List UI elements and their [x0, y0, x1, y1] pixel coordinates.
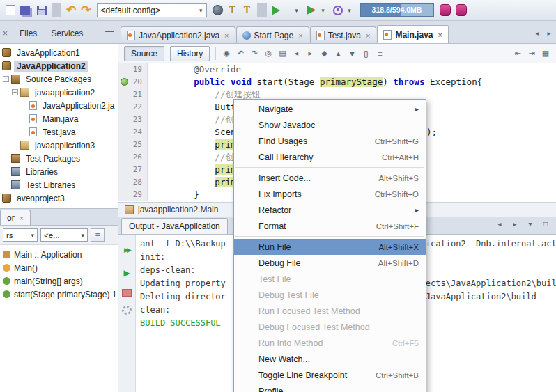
project-tree-item-libraries[interactable]: Libraries [0, 165, 118, 178]
project-tree-item-main-java[interactable]: Main.java [0, 112, 118, 125]
shift-line-left-icon[interactable]: ⇤ [513, 47, 523, 61]
scroll-tabs-right-icon[interactable]: ▸ [544, 26, 554, 40]
tab-navigator[interactable]: or × [0, 210, 31, 225]
close-panel-icon[interactable]: × [3, 29, 8, 38]
expand-handle-icon[interactable]: − [12, 89, 18, 95]
build-project-icon[interactable]: T [228, 3, 238, 17]
scroll-output-left-icon[interactable]: ◂ [495, 217, 504, 230]
navigator-filter-select[interactable]: <e... ▾ [40, 228, 88, 242]
menu-item-fix-imports[interactable]: Fix ImportsCtrl+Shift+O [234, 186, 426, 202]
next-error-icon[interactable]: ▼ [347, 47, 357, 61]
output-window-list-icon[interactable]: ▾ [525, 217, 535, 230]
clean-build-project-icon[interactable]: T [242, 3, 252, 17]
uncomment-icon[interactable]: ≡ [375, 47, 385, 61]
minimize-panel-icon[interactable]: — [105, 26, 114, 36]
project-tree-item-test-libraries[interactable]: Test Libraries [0, 178, 118, 191]
editor-tab-javaapplication2-java[interactable]: JavaApplication2.java× [121, 26, 235, 43]
line-number[interactable]: 28 [118, 176, 148, 189]
expand-handle-icon[interactable]: − [3, 76, 9, 82]
profile-project-icon[interactable] [333, 6, 343, 15]
close-tab-icon[interactable]: × [438, 31, 442, 39]
debug-dropdown-icon[interactable]: ▾ [318, 3, 328, 17]
close-tab-icon[interactable]: × [298, 31, 302, 40]
find-selection-icon[interactable]: ◎ [263, 47, 273, 61]
menu-item-show-javadoc[interactable]: Show Javadoc [234, 117, 426, 133]
navigator-sort-icon[interactable]: ≡ [91, 228, 105, 242]
stop-build-icon[interactable] [122, 289, 132, 297]
navigator-item-start-stage-primarystage-1[interactable]: start(Stage primaryStage) 1 [0, 288, 118, 301]
new-file-icon[interactable] [6, 5, 15, 15]
project-tree-item-avenproject3[interactable]: avenproject3 [0, 191, 118, 205]
save-icon[interactable] [37, 6, 47, 15]
line-number[interactable]: 22 [118, 101, 148, 113]
web-browser-icon[interactable] [213, 5, 223, 15]
run-dropdown-icon[interactable]: ▾ [292, 3, 302, 17]
back-icon[interactable]: ↶ [235, 47, 245, 61]
editor-tab-test-java[interactable]: Test.java× [310, 26, 377, 43]
highlight-occurrences-icon[interactable]: ▤ [277, 47, 287, 61]
project-tree-item-javaapplication2-ja[interactable]: JavaApplication2.ja [0, 99, 118, 112]
debug-project-icon[interactable] [307, 6, 316, 15]
prev-bookmark-icon[interactable]: ◂ [291, 47, 301, 61]
menu-item-navigate[interactable]: Navigate▸ [234, 101, 426, 117]
navigator-item-main[interactable]: Main() [0, 261, 118, 274]
line-number[interactable]: 27 [118, 164, 148, 176]
menu-item-find-usages[interactable]: Find UsagesCtrl+Shift+G [234, 133, 426, 149]
source-view-button[interactable]: Source [124, 46, 164, 61]
run-project-icon[interactable] [272, 6, 290, 15]
memory-indicator[interactable]: 318.8/594.0MB [360, 3, 434, 17]
line-number[interactable]: 20 [118, 76, 148, 88]
line-number[interactable]: 29 [118, 189, 148, 201]
toggle-bookmark-icon[interactable]: ◆ [319, 47, 329, 61]
menu-item-new-watch[interactable]: New Watch... [234, 351, 426, 367]
close-tab-icon[interactable]: × [366, 31, 370, 40]
maximize-window-icon[interactable]: □ [541, 217, 550, 230]
project-tree-item-javaapplication2[interactable]: −javaapplication2 [0, 86, 118, 99]
menu-item-format[interactable]: FormatCtrl+Shift+F [234, 218, 426, 234]
navigator-item-main-application[interactable]: Main :: Application [0, 248, 118, 261]
menu-item-toggle-line-breakpoint[interactable]: Toggle Line BreakpointCtrl+Shift+B [234, 367, 426, 383]
project-tree-item-javaapplication1[interactable]: JavaApplication1 [0, 46, 118, 59]
history-view-button[interactable]: History [170, 46, 210, 61]
line-number[interactable]: 21 [118, 88, 148, 101]
close-tab-icon[interactable]: × [224, 31, 229, 40]
scroll-tabs-left-icon[interactable]: ◂ [532, 26, 542, 40]
undo-icon[interactable]: ↶ [66, 3, 76, 17]
editor-tab-main-java[interactable]: Main.java× [377, 25, 448, 43]
last-edit-icon[interactable]: ◉ [222, 47, 231, 61]
tab-output[interactable]: Output - JavaApplication [121, 218, 228, 234]
project-tree-item-source-packages[interactable]: −Source Packages [0, 72, 118, 86]
line-number[interactable]: 19 [118, 63, 148, 76]
close-tab-icon[interactable]: × [20, 214, 24, 222]
tab-files[interactable]: Files [13, 27, 43, 40]
project-tree-item-javaapplication2[interactable]: JavaApplication2 [0, 59, 118, 72]
project-tree-item-test-java[interactable]: Test.java [0, 125, 118, 139]
hot-deploy-icon[interactable] [456, 4, 467, 16]
line-number[interactable]: 23 [118, 113, 148, 126]
line-number[interactable]: 24 [118, 126, 148, 139]
navigator-item-main-string-args[interactable]: main(String[] args) [0, 274, 118, 288]
profile-dropdown-icon[interactable]: ▾ [345, 3, 355, 17]
forward-icon[interactable]: ↷ [249, 47, 259, 61]
menu-item-profile[interactable]: Profile... [234, 383, 426, 392]
apply-code-changes-icon[interactable] [440, 4, 451, 16]
menu-item-refactor[interactable]: Refactor▸ [234, 202, 426, 218]
rerun-build-icon[interactable]: ▶▶ [122, 243, 132, 257]
menu-item-insert-code[interactable]: Insert Code...Alt+Shift+S [234, 170, 426, 186]
project-tree-item-javaapplication3[interactable]: javaapplication3 [0, 139, 118, 152]
shift-line-right-icon[interactable]: ⇥ [527, 47, 536, 61]
menu-item-run-file[interactable]: Run FileAlt+Shift+X [234, 239, 426, 255]
line-number[interactable]: 25 [118, 139, 148, 151]
rerun-icon[interactable]: ▶ [122, 266, 132, 280]
prev-error-icon[interactable]: ▲ [333, 47, 343, 61]
save-all-icon[interactable] [20, 6, 30, 15]
next-bookmark-icon[interactable]: ▸ [305, 47, 315, 61]
editor-tab-start-page[interactable]: Start Page× [236, 26, 309, 43]
redo-icon[interactable]: ↷ [81, 3, 91, 17]
menu-item-debug-file[interactable]: Debug FileAlt+Shift+D [234, 255, 426, 271]
menu-item-call-hierarchy[interactable]: Call HierarchyCtrl+Alt+H [234, 149, 426, 165]
config-selector[interactable]: <default config> ▾ [97, 3, 207, 17]
build-settings-icon[interactable] [122, 306, 132, 315]
project-tree-item-test-packages[interactable]: Test Packages [0, 152, 118, 165]
tab-services[interactable]: Services [45, 27, 89, 40]
